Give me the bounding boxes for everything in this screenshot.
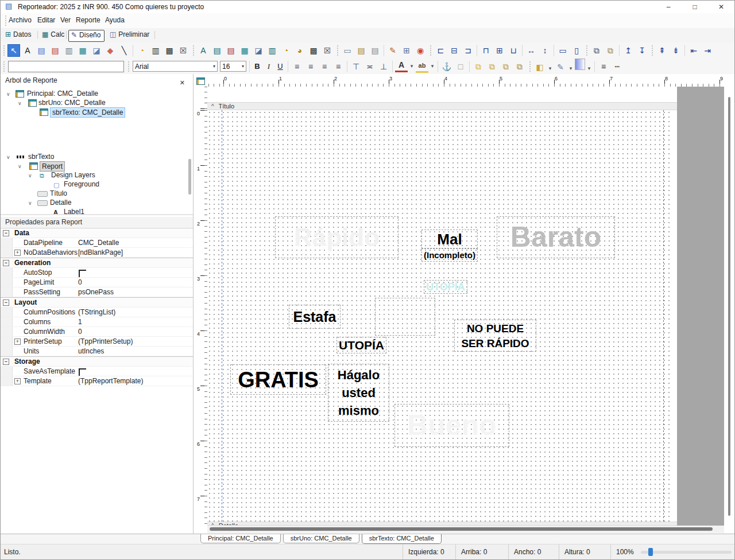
- db-calc-icon[interactable]: ▦: [238, 44, 251, 57]
- barcode-2d-icon[interactable]: ▩: [163, 44, 176, 57]
- design-label-barato[interactable]: Barato: [497, 216, 615, 258]
- property-row[interactable]: ColumnWidth0: [1, 327, 193, 337]
- placemark-icon[interactable]: ◉: [414, 44, 427, 57]
- detail-band[interactable]: Rápido Mal (Incompleto) Barato UTOPÍA Es…: [207, 110, 670, 522]
- close-icon[interactable]: ✕: [180, 79, 185, 87]
- memo-icon[interactable]: ▤: [35, 44, 48, 57]
- label-icon[interactable]: A: [21, 44, 34, 57]
- object-node-detalle[interactable]: ∨ Detalle: [1, 198, 193, 207]
- property-row[interactable]: DataPipelineCMC_Detalle: [1, 238, 193, 248]
- stretch-left-icon[interactable]: ⇤: [687, 44, 700, 57]
- chevron-down-icon[interactable]: ∨: [28, 171, 32, 180]
- property-value[interactable]: (TStringList): [78, 308, 115, 317]
- gradient-dropdown-icon[interactable]: ▾: [586, 62, 592, 75]
- chevron-down-icon[interactable]: ∨: [28, 199, 32, 208]
- collapse-icon[interactable]: −: [3, 260, 9, 266]
- property-row[interactable]: +NoDataBehaviors[ndBlankPage]: [1, 248, 193, 258]
- gradient-icon[interactable]: [575, 59, 585, 70]
- vertical-scrollbar[interactable]: [724, 87, 734, 527]
- minimize-button[interactable]: –: [655, 1, 682, 13]
- design-label-utopia-cyan[interactable]: UTOPÍA: [424, 280, 467, 294]
- move-forward-icon[interactable]: ↥: [622, 44, 635, 57]
- toolbar-grip[interactable]: [2, 45, 5, 56]
- db-barcode-icon[interactable]: ▥: [266, 44, 278, 57]
- checkbox-unchecked[interactable]: [79, 368, 86, 376]
- text-align-left-icon[interactable]: ≡: [291, 60, 303, 73]
- db-barcode-2d-icon[interactable]: ▩: [307, 44, 320, 57]
- chevron-down-icon[interactable]: ▾: [210, 64, 215, 69]
- property-value[interactable]: psOnePass: [78, 287, 114, 297]
- collapse-icon[interactable]: −: [3, 300, 9, 306]
- object-node-report[interactable]: ∨ Report: [1, 161, 193, 170]
- page-tab-sbruno[interactable]: sbrUno: CMC_Detalle: [283, 534, 359, 543]
- property-value[interactable]: (TppReportTemplate): [78, 376, 143, 386]
- horizontal-ruler[interactable]: 0123456789: [207, 75, 724, 87]
- region-icon[interactable]: ▭: [341, 44, 354, 57]
- property-section[interactable]: −Storage: [1, 356, 193, 367]
- menu-reporte[interactable]: Reporte: [76, 16, 100, 24]
- align-bottom-edges-icon[interactable]: ⊔: [507, 44, 520, 57]
- bold-button[interactable]: B: [252, 62, 263, 71]
- menu-archivo[interactable]: Archivo: [9, 16, 32, 24]
- grid-snap-icon[interactable]: ⊞: [400, 44, 413, 57]
- tab-diseno[interactable]: ✎Diseño: [68, 30, 105, 42]
- object-node-label1[interactable]: A Label1: [1, 207, 193, 214]
- space-vertically-icon[interactable]: ↕: [539, 44, 551, 57]
- space-horizontally-icon[interactable]: ↔: [525, 44, 537, 57]
- vertical-ruler[interactable]: 01234567: [194, 87, 208, 529]
- design-label-estafa[interactable]: Estafa: [289, 305, 341, 329]
- page-tab-sbrtexto[interactable]: sbrTexto: CMC_Detalle: [362, 534, 442, 544]
- move-backward-icon[interactable]: ↧: [636, 44, 648, 57]
- property-row[interactable]: UnitsutInches: [1, 347, 193, 356]
- design-label-rapido[interactable]: Rápido: [275, 216, 399, 258]
- chevron-down-icon[interactable]: ∨: [6, 90, 10, 99]
- collapse-icon[interactable]: −: [3, 230, 9, 236]
- grow-shorter-icon[interactable]: ⇟: [670, 44, 682, 57]
- object-node-sbrtexto[interactable]: ∨ sbrTexto: [1, 152, 193, 161]
- font-name-select[interactable]: Arial ▾: [133, 61, 218, 72]
- toolbar-grip[interactable]: [127, 61, 130, 72]
- toolbar-grip[interactable]: [528, 61, 531, 72]
- richtext-icon[interactable]: ▤: [49, 44, 61, 57]
- valign-top-icon[interactable]: ⊤: [350, 60, 362, 73]
- bring-to-front-icon[interactable]: ⧉: [590, 44, 603, 57]
- property-value[interactable]: CMC_Detalle: [78, 238, 119, 247]
- pad-frame-icon[interactable]: □: [454, 60, 467, 73]
- db-image-icon[interactable]: ◪: [252, 44, 265, 57]
- barcode-icon[interactable]: ▥: [149, 44, 162, 57]
- design-label-incompleto[interactable]: (Incompleto): [421, 248, 478, 262]
- toolbar-grip[interactable]: [2, 61, 5, 72]
- db-chart-icon[interactable]: ◔: [280, 44, 292, 57]
- chevron-down-icon[interactable]: ▾: [238, 64, 244, 69]
- object-node-foreground[interactable]: ▢ Foreground: [1, 180, 193, 189]
- valign-bottom-icon[interactable]: ⊥: [377, 60, 390, 73]
- db-memo-icon[interactable]: ▤: [211, 44, 223, 57]
- underline-button[interactable]: U: [274, 62, 286, 71]
- expand-icon[interactable]: +: [14, 339, 21, 345]
- align-left-edges-icon[interactable]: ⊏: [434, 44, 447, 57]
- tree-scrollbar[interactable]: [188, 159, 191, 195]
- font-size-select[interactable]: 16 ▾: [220, 61, 246, 72]
- make-same-height-icon[interactable]: ▯: [570, 44, 583, 57]
- shape-icon[interactable]: ◆: [104, 44, 117, 57]
- menu-grip[interactable]: [4, 15, 7, 26]
- tab-preliminar[interactable]: ◫Preliminar: [107, 30, 153, 41]
- menu-editar[interactable]: Editar: [37, 16, 55, 24]
- select-pointer-icon[interactable]: ↖: [7, 44, 20, 57]
- tab-calc[interactable]: ▦Calc: [40, 30, 68, 41]
- subreport-icon[interactable]: ▤: [355, 44, 368, 57]
- property-section[interactable]: −Data: [1, 228, 193, 238]
- db-text-icon[interactable]: A: [197, 44, 210, 57]
- toolbar-grip[interactable]: [429, 45, 432, 56]
- band-bar-titulo[interactable]: ^ Título: [207, 102, 677, 110]
- italic-button[interactable]: I: [263, 62, 274, 71]
- design-label-blank[interactable]: [375, 298, 435, 336]
- line-color-dropdown-icon[interactable]: ▾: [568, 62, 574, 75]
- font-color-icon[interactable]: A: [395, 60, 408, 72]
- property-value[interactable]: 1: [78, 317, 82, 326]
- format-paintbrush-icon[interactable]: ✎: [386, 44, 399, 57]
- object-node-design-layers[interactable]: ∨ ⧉ Design Layers: [1, 170, 193, 180]
- design-label-no-puede[interactable]: NO PUEDE SER RÁPIDO: [454, 320, 536, 352]
- expand-icon[interactable]: +: [14, 378, 21, 384]
- maximize-button[interactable]: □: [682, 1, 708, 13]
